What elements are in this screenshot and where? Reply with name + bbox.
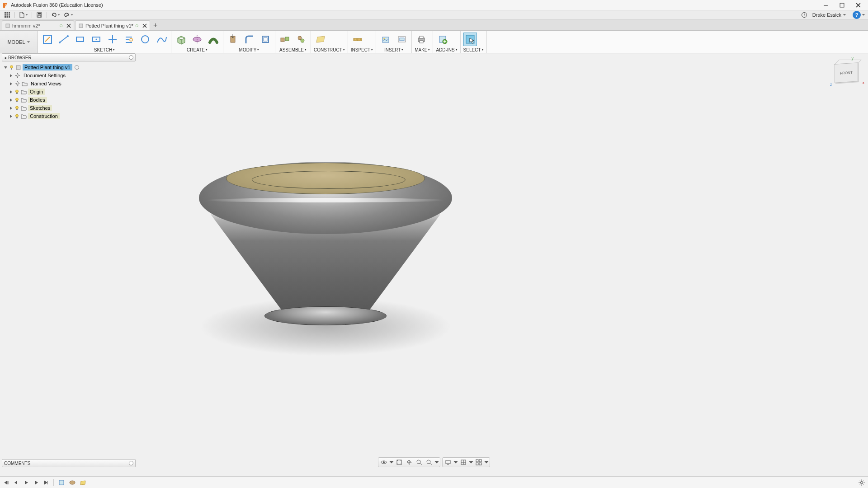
window-maximize-button[interactable] (834, 0, 850, 10)
expand-icon[interactable] (9, 74, 13, 78)
viewport-dropdown[interactable] (484, 458, 489, 466)
3d-print-button[interactable] (415, 33, 428, 46)
orbit-button[interactable] (379, 458, 389, 466)
ribbon-label[interactable]: SELECT▾ (463, 47, 484, 53)
undo-button[interactable] (50, 11, 61, 19)
timeline-next-button[interactable] (33, 479, 40, 486)
window-close-button[interactable] (850, 0, 866, 10)
spline-tool-button[interactable] (155, 33, 168, 46)
ribbon-label[interactable]: INSERT▾ (379, 47, 409, 53)
addins-button[interactable] (436, 33, 449, 46)
ribbon-label[interactable]: CONSTRUCT▾ (314, 47, 345, 53)
window-minimize-button[interactable] (817, 0, 834, 10)
joint-button[interactable] (278, 33, 292, 46)
visibility-bulb-icon[interactable] (14, 89, 19, 94)
timeline-feature-revolve[interactable] (68, 479, 76, 487)
ribbon-label[interactable]: INSPECT▾ (351, 47, 373, 53)
create-sketch-button[interactable] (41, 33, 54, 46)
visibility-bulb-icon[interactable] (14, 114, 19, 119)
visibility-bulb-icon[interactable] (14, 98, 19, 103)
shell-button[interactable] (259, 33, 272, 46)
ribbon-label[interactable]: ADD-INS▾ (436, 47, 457, 53)
timeline-prev-button[interactable] (13, 479, 20, 486)
rectangle-tool-button[interactable] (73, 33, 87, 46)
expand-icon[interactable] (9, 90, 13, 94)
user-menu[interactable]: Drake Essick (811, 12, 848, 18)
view-cube[interactable]: FRONT x y z (831, 57, 863, 89)
revolve-button[interactable] (190, 33, 204, 46)
look-at-button[interactable] (394, 458, 404, 466)
job-status-button[interactable] (800, 11, 809, 19)
fillet-button[interactable] (242, 33, 256, 46)
ribbon-label[interactable]: MODIFY▾ (226, 47, 272, 53)
sweep-button[interactable] (207, 33, 220, 46)
timeline-settings-button[interactable] (858, 479, 865, 486)
tree-item[interactable]: Origin (3, 88, 136, 96)
extrude-button[interactable] (174, 33, 188, 46)
browser-header[interactable]: ◂ BROWSER (2, 53, 136, 61)
insert-decal-button[interactable] (395, 33, 409, 46)
zoom-button[interactable] (414, 458, 424, 466)
circle-tool-button[interactable] (138, 33, 152, 46)
display-dropdown[interactable] (453, 458, 458, 466)
visibility-bulb-icon[interactable] (9, 65, 14, 70)
grid-settings-button[interactable] (458, 458, 468, 466)
select-button[interactable] (463, 33, 477, 46)
expand-icon[interactable] (9, 106, 13, 110)
save-button[interactable] (35, 11, 44, 19)
ribbon-label[interactable]: ASSEMBLE▾ (278, 47, 308, 53)
view-cube-face[interactable]: FRONT (835, 62, 858, 83)
timeline-first-button[interactable] (3, 479, 10, 486)
comments-pin-button[interactable] (129, 461, 133, 465)
center-rectangle-tool-button[interactable] (90, 33, 103, 46)
data-panel-button[interactable] (3, 11, 12, 19)
as-built-joint-button[interactable] (294, 33, 308, 46)
browser-collapse-icon[interactable]: ◂ (4, 55, 6, 60)
zoom-dropdown[interactable] (434, 458, 439, 466)
insert-derive-button[interactable] (379, 33, 392, 46)
grid-dropdown[interactable] (468, 458, 474, 466)
timeline-play-button[interactable] (23, 479, 30, 486)
expand-icon[interactable] (4, 66, 8, 70)
measure-button[interactable] (351, 33, 364, 46)
tree-item[interactable]: Construction (3, 112, 136, 120)
redo-button[interactable] (63, 11, 74, 19)
tree-root[interactable]: Potted Plant thing v1 (3, 63, 136, 71)
viewport-canvas[interactable]: ◂ BROWSER Potted Plant thing v1 Document… (0, 53, 868, 469)
tree-item[interactable]: Named Views (3, 80, 136, 88)
pan-button[interactable] (404, 458, 414, 466)
tab-close-button[interactable] (66, 23, 71, 28)
timeline-feature-sketch[interactable] (57, 479, 66, 487)
help-button[interactable]: ? (853, 11, 861, 19)
new-tab-button[interactable]: + (151, 20, 160, 30)
document-tab-0[interactable]: hmmmm v2* ○ (2, 20, 74, 30)
timeline-feature-plane[interactable] (79, 479, 87, 487)
expand-icon[interactable] (9, 82, 13, 86)
workspace-switcher[interactable]: MODEL (0, 31, 38, 53)
construction-plane-button[interactable] (314, 33, 327, 46)
comments-panel-header[interactable]: COMMENTS (2, 459, 136, 467)
orbit-dropdown[interactable] (389, 458, 394, 466)
press-pull-button[interactable] (226, 33, 240, 46)
file-menu-button[interactable] (18, 11, 29, 19)
expand-icon[interactable] (9, 98, 13, 102)
tree-item[interactable]: Document Settings (3, 71, 136, 80)
document-tab-1[interactable]: Potted Plant thing v1* ○ (75, 20, 150, 30)
timeline-last-button[interactable] (42, 479, 50, 486)
line-tool-button[interactable] (57, 33, 71, 46)
visibility-bulb-icon[interactable] (14, 106, 19, 111)
ribbon-label[interactable]: MAKE▾ (415, 47, 430, 53)
tree-item[interactable]: Sketches (3, 104, 136, 112)
fit-button[interactable] (424, 458, 434, 466)
ribbon-label[interactable]: SKETCH▾ (41, 47, 168, 53)
browser-pin-button[interactable] (129, 55, 133, 60)
viewport-layout-button[interactable] (474, 458, 484, 466)
activate-component-button[interactable] (75, 65, 79, 70)
tree-item[interactable]: Bodies (3, 96, 136, 104)
tab-close-button[interactable] (142, 23, 147, 28)
display-settings-button[interactable] (443, 458, 453, 466)
ribbon-label[interactable]: CREATE▾ (174, 47, 220, 53)
expand-icon[interactable] (9, 114, 13, 118)
point-tool-button[interactable] (106, 33, 119, 46)
trim-tool-button[interactable] (122, 33, 136, 46)
